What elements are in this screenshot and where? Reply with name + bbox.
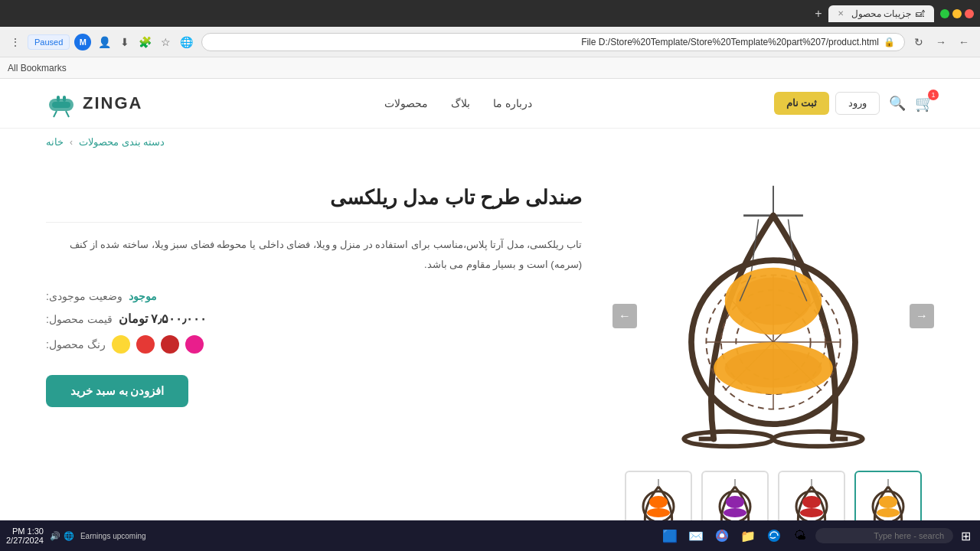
profile-icon[interactable]: 👤 xyxy=(96,34,113,51)
thumb-svg-4 xyxy=(632,478,685,520)
window-close-button[interactable] xyxy=(965,9,974,18)
reload-button[interactable]: ↻ xyxy=(911,33,926,51)
color-red[interactable] xyxy=(136,335,155,354)
svg-rect-1 xyxy=(52,102,70,108)
logo: ZINGA xyxy=(46,88,142,119)
color-yellow[interactable] xyxy=(112,335,130,354)
svg-point-51 xyxy=(647,508,670,517)
forward-button[interactable]: → xyxy=(933,33,949,51)
bookmarks-bar: All Bookmarks xyxy=(0,57,980,79)
price-value: ۷٫۵۰۰٫۰۰۰ تومان xyxy=(119,311,207,326)
earnings-text: Earnings upcoming xyxy=(80,532,146,540)
nav-item-blog[interactable]: بلاگ xyxy=(451,97,470,109)
taskbar: ⊞ 🌤 📁 xyxy=(0,520,980,551)
bookmark-star-icon[interactable]: ☆ xyxy=(158,34,173,51)
next-image-button[interactable]: → xyxy=(910,304,934,328)
save-icon[interactable]: ⬇ xyxy=(118,34,132,51)
availability-value: موجود xyxy=(129,290,157,302)
svg-point-25 xyxy=(725,349,822,388)
svg-point-38 xyxy=(802,496,821,508)
new-tab-button[interactable]: + xyxy=(812,7,825,21)
svg-point-8 xyxy=(684,432,773,446)
auth-buttons: ورود ثبت نام xyxy=(774,92,880,115)
time-display: 1:30 PM 2/27/2024 xyxy=(6,527,44,545)
svg-point-33 xyxy=(877,508,900,517)
tab-title: جزیبات محصول xyxy=(851,8,911,19)
clock: 1:30 PM xyxy=(6,527,44,536)
url-input[interactable]: 🔒 File D:/Store%20Template/Store%20Templ… xyxy=(201,33,905,51)
svg-rect-3 xyxy=(63,96,66,102)
search-button[interactable]: 🔍 xyxy=(889,95,906,112)
svg-point-32 xyxy=(879,496,897,508)
nav-item-about[interactable]: درباره ما xyxy=(493,97,532,109)
product-description: تاب ریلکسی، مدل آرتا پلاس،مناسب برای است… xyxy=(46,235,582,275)
network-icon: 🌐 xyxy=(64,531,74,541)
breadcrumb-separator: › xyxy=(70,137,73,148)
url-text: File D:/Store%20Template/Store%20Templat… xyxy=(581,37,879,47)
svg-point-50 xyxy=(649,496,668,508)
system-icons: 🌐 🔊 xyxy=(50,531,74,541)
product-meta: موجود وضعیت موجودی: ۷٫۵۰۰٫۰۰۰ تومان قیمت… xyxy=(46,290,582,407)
cart-button[interactable]: 🛒 1 xyxy=(915,94,934,112)
translate-icon[interactable]: 🌐 xyxy=(178,34,195,51)
breadcrumb-category[interactable]: دسته بندی محصولات xyxy=(79,136,165,148)
taskbar-edge-icon[interactable] xyxy=(763,525,785,546)
taskbar-icons: 🌤 📁 ✉️ 🟦 xyxy=(659,525,811,546)
active-tab[interactable]: 🛋 جزیبات محصول ✕ xyxy=(828,5,934,22)
color-row: رنگ محصول: xyxy=(46,335,204,354)
tab-favicon: 🛋 xyxy=(916,8,925,19)
price-label: قیمت محصول: xyxy=(46,313,113,325)
cart-badge: 1 xyxy=(928,90,939,100)
tab-close-button[interactable]: ✕ xyxy=(838,9,844,18)
taskbar-chrome-icon[interactable] xyxy=(711,525,733,546)
address-bar: ← → ↻ 🔒 File D:/Store%20Template/Store%2… xyxy=(0,27,980,57)
header-left: 🛒 1 🔍 ورود ثبت نام xyxy=(774,92,934,115)
paused-button[interactable]: Paused xyxy=(28,34,70,50)
bookmarks-label[interactable]: All Bookmarks xyxy=(8,63,67,73)
svg-point-44 xyxy=(726,496,744,508)
window-minimize-button[interactable] xyxy=(952,9,962,18)
nav-menu: درباره ما بلاگ محصولات xyxy=(384,97,532,109)
taskbar-left: ⊞ 🌤 📁 xyxy=(659,525,974,546)
svg-line-4 xyxy=(54,111,57,117)
back-button[interactable]: ← xyxy=(956,33,972,51)
thumb-svg-2 xyxy=(785,478,838,520)
taskbar-mail-icon[interactable]: ✉️ xyxy=(685,525,707,546)
availability-label: وضعیت موجودی: xyxy=(46,290,122,302)
product-main-image xyxy=(651,178,896,454)
prev-image-button[interactable]: ← xyxy=(612,304,637,328)
color-pink[interactable] xyxy=(185,335,204,354)
profile-button[interactable]: M xyxy=(74,34,91,51)
taskbar-fileexplorer-icon[interactable]: 📁 xyxy=(737,525,759,546)
menu-icon[interactable]: ⋮ xyxy=(8,34,23,51)
register-button[interactable]: ثبت نام xyxy=(774,92,829,115)
taskbar-search[interactable] xyxy=(815,528,953,543)
browser-titlebar: 🛋 جزیبات محصول ✕ + xyxy=(0,0,980,27)
taskbar-weather-icon[interactable]: 🌤 xyxy=(789,525,811,546)
window-maximize-button[interactable] xyxy=(940,9,949,18)
start-button[interactable]: ⊞ xyxy=(958,526,974,546)
taskbar-app-icon[interactable]: 🟦 xyxy=(659,525,681,546)
extensions-icon[interactable]: 🧩 xyxy=(136,34,154,51)
svg-line-5 xyxy=(66,111,69,117)
breadcrumb-home[interactable]: خانه xyxy=(46,136,64,148)
login-button[interactable]: ورود xyxy=(835,92,880,115)
nav-item-products[interactable]: محصولات xyxy=(384,97,428,109)
svg-point-9 xyxy=(773,432,863,446)
add-to-cart-button[interactable]: افزودن به سبد خرید xyxy=(46,375,188,407)
website-content: 🛒 1 🔍 ورود ثبت نام درباره ما بلاگ محصولا… xyxy=(0,79,980,520)
svg-point-39 xyxy=(800,508,823,517)
thumbnail-row xyxy=(612,471,934,520)
breadcrumb: دسته بندی محصولات › خانه xyxy=(0,129,980,155)
product-info: صندلی طرح تاب مدل ریلکسی تاب ریلکسی، مدل… xyxy=(46,171,582,520)
product-divider xyxy=(46,222,582,223)
thumbnail-1[interactable] xyxy=(854,471,922,520)
thumbnail-3[interactable] xyxy=(701,471,769,520)
color-label: رنگ محصول: xyxy=(46,338,106,350)
taskbar-right: Earnings upcoming 🌐 🔊 1:30 PM 2/27/2024 xyxy=(6,527,146,545)
thumbnail-2[interactable] xyxy=(778,471,845,520)
color-darkred[interactable] xyxy=(161,335,179,354)
site-header: 🛒 1 🔍 ورود ثبت نام درباره ما بلاگ محصولا… xyxy=(0,79,980,129)
thumbnail-4[interactable] xyxy=(625,471,692,520)
logo-text: ZINGA xyxy=(83,93,142,113)
